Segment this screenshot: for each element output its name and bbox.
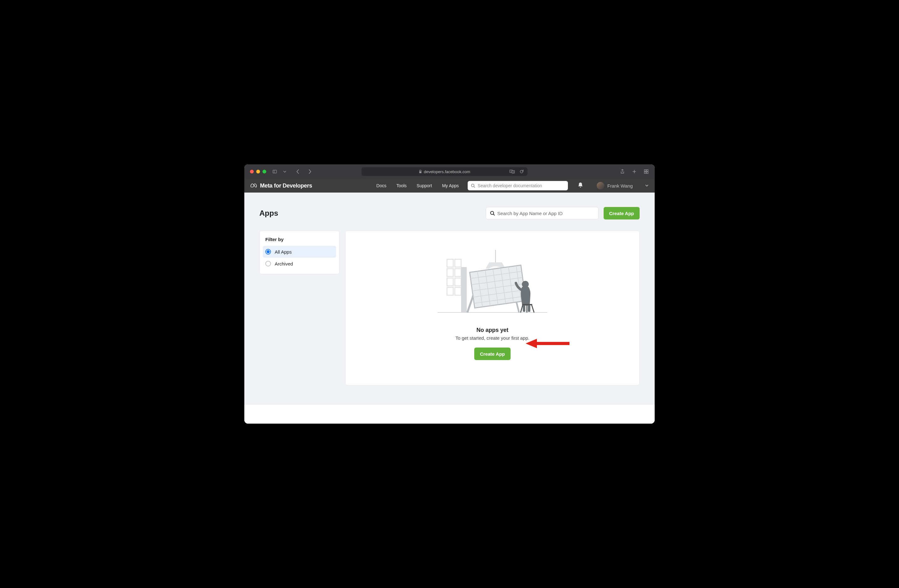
- svg-line-46: [531, 305, 534, 312]
- content: Apps Create App Filter by All Apps Archi…: [244, 193, 655, 404]
- app-search[interactable]: [486, 207, 599, 219]
- maximize-window-button[interactable]: [263, 170, 266, 173]
- translate-icon[interactable]: A文: [509, 169, 515, 174]
- minimize-window-button[interactable]: [256, 170, 260, 173]
- empty-subtitle: To get started, create your first app.: [456, 335, 529, 341]
- svg-rect-43: [528, 305, 530, 312]
- avatar: [597, 182, 604, 190]
- new-tab-icon[interactable]: [632, 169, 637, 174]
- forward-button[interactable]: [307, 169, 313, 174]
- content-header: Apps Create App: [260, 207, 639, 219]
- create-app-button[interactable]: Create App: [604, 207, 639, 219]
- svg-rect-2: [419, 171, 422, 173]
- app-search-input[interactable]: [497, 211, 595, 216]
- traffic-lights: [250, 170, 266, 173]
- doc-search[interactable]: [468, 181, 568, 190]
- svg-rect-42: [523, 305, 525, 312]
- brand[interactable]: Meta for Developers: [250, 182, 312, 189]
- search-icon: [471, 184, 475, 188]
- page-title: Apps: [260, 209, 481, 218]
- back-button[interactable]: [295, 169, 301, 174]
- url-text: developers.facebook.com: [424, 170, 470, 174]
- titlebar: developers.facebook.com A文: [244, 164, 655, 179]
- caret-down-icon: [645, 184, 649, 187]
- brand-text: Meta for Developers: [260, 182, 312, 189]
- share-icon[interactable]: [619, 169, 625, 174]
- username: Frank Wang: [607, 183, 633, 188]
- sidebar-toggle-icon[interactable]: [272, 169, 278, 174]
- main-panel: No apps yet To get started, create your …: [345, 231, 639, 386]
- chevron-down-icon[interactable]: [283, 169, 286, 174]
- svg-line-45: [521, 305, 523, 312]
- svg-rect-23: [455, 278, 461, 286]
- nav-docs[interactable]: Docs: [377, 183, 386, 188]
- svg-line-14: [493, 214, 494, 215]
- nav-my-apps[interactable]: My Apps: [442, 183, 459, 188]
- close-window-button[interactable]: [250, 170, 254, 173]
- user-menu[interactable]: Frank Wang: [597, 182, 649, 190]
- svg-rect-24: [447, 287, 453, 295]
- create-app-button-center[interactable]: Create App: [474, 347, 510, 360]
- notifications-icon[interactable]: [578, 182, 583, 189]
- nav-tools[interactable]: Tools: [396, 183, 406, 188]
- svg-rect-22: [447, 278, 453, 286]
- filter-all-apps[interactable]: All Apps: [263, 246, 336, 258]
- empty-illustration: [437, 250, 547, 316]
- svg-rect-19: [455, 259, 461, 267]
- tabs-overview-icon[interactable]: [643, 169, 649, 174]
- annotation-arrow-icon: [526, 339, 570, 348]
- radio-icon: [265, 261, 271, 267]
- empty-title: No apps yet: [476, 327, 508, 333]
- reload-icon[interactable]: [519, 169, 524, 174]
- address-bar[interactable]: developers.facebook.com A文: [361, 167, 527, 176]
- svg-rect-8: [647, 170, 648, 171]
- svg-rect-21: [455, 269, 461, 276]
- filter-label: Archived: [275, 261, 293, 267]
- svg-rect-20: [447, 269, 453, 276]
- sidebar-title: Filter by: [263, 237, 336, 246]
- svg-rect-26: [461, 267, 467, 312]
- svg-rect-9: [644, 172, 646, 173]
- svg-text:A: A: [511, 170, 512, 172]
- footer: [244, 404, 655, 424]
- svg-rect-25: [455, 287, 461, 295]
- svg-rect-0: [273, 170, 276, 173]
- search-icon: [490, 211, 495, 216]
- nav-support[interactable]: Support: [417, 183, 432, 188]
- sidebar-filter: Filter by All Apps Archived: [260, 231, 340, 274]
- browser-window: developers.facebook.com A文: [244, 164, 655, 424]
- filter-archived[interactable]: Archived: [263, 258, 336, 270]
- doc-search-input[interactable]: [478, 183, 565, 188]
- top-nav: Docs Tools Support My Apps: [377, 183, 459, 188]
- svg-line-12: [474, 187, 475, 188]
- svg-rect-7: [644, 170, 646, 171]
- svg-point-13: [491, 211, 494, 215]
- svg-text:文: 文: [513, 171, 514, 173]
- svg-rect-18: [447, 259, 453, 267]
- svg-point-41: [522, 281, 529, 288]
- filter-label: All Apps: [275, 249, 292, 255]
- meta-logo-icon: [250, 182, 258, 189]
- svg-rect-10: [647, 172, 648, 173]
- radio-icon: [265, 249, 271, 255]
- svg-point-11: [471, 184, 474, 187]
- lock-icon: [419, 169, 422, 174]
- site-header: Meta for Developers Docs Tools Support M…: [244, 179, 655, 193]
